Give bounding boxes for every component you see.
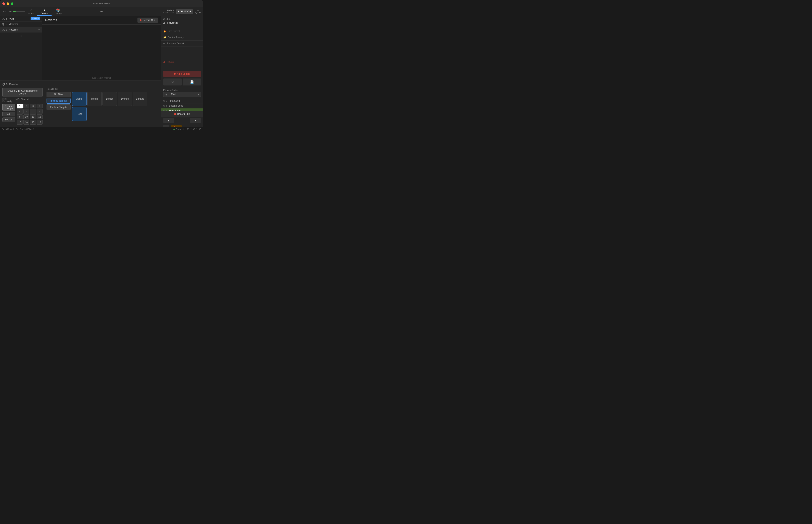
cuelist-item-3[interactable]: QL 3 Reverbs ▾ xyxy=(0,27,42,33)
channel-5-button[interactable]: 5 xyxy=(17,109,23,114)
channel-9-button[interactable]: 9 xyxy=(17,114,23,119)
chevron-down-icon: ▾ xyxy=(198,94,199,96)
bottom-body: Enable MIDI Cuelist RemoteControl MIDI P… xyxy=(2,88,159,125)
channel-16-button[interactable]: 16 xyxy=(36,120,43,125)
midi-labels: MIDI Personality MIDI Channel xyxy=(2,98,43,102)
recall-filter: Recall Filter No Filter Include Targets … xyxy=(47,88,159,125)
right-top: Cuelist 3 - Reverbs xyxy=(161,16,203,28)
fire-icon: 🔥 xyxy=(163,30,166,33)
edit-mode-button[interactable]: EDIT MODE xyxy=(176,10,193,14)
digico-button[interactable]: DiGiCo xyxy=(2,117,15,122)
program-change-button[interactable]: ProgramChange xyxy=(2,104,15,111)
status-bar: QL 3 Reverbs Set Cuelist Filters! Connec… xyxy=(0,127,203,131)
up-down-buttons: ▲ ▼ xyxy=(161,117,203,124)
status-text: QL 3 Reverbs Set Cuelist Filters! xyxy=(2,128,34,130)
record-side-dot xyxy=(174,113,176,115)
app-logo: ∞ xyxy=(100,9,103,14)
library-icon: 📚 xyxy=(56,8,60,12)
filter-options: No Filter Include Targets Exclude Target… xyxy=(47,92,159,121)
right-title: 3 - Reverbs xyxy=(163,21,201,24)
primary-icon: 📁 xyxy=(163,36,166,39)
channel-15-button[interactable]: 15 xyxy=(30,120,36,125)
fruit-apple[interactable]: Apple xyxy=(72,92,86,106)
add-cuelist-button[interactable]: ⊕ xyxy=(0,33,42,39)
nav-cuelists[interactable]: ≡ Cuelists xyxy=(37,7,51,16)
fruit-banana[interactable]: Banana xyxy=(133,92,147,106)
record-cue-side-button[interactable]: Record Cue xyxy=(161,111,203,117)
record-cue-button[interactable]: Record Cue xyxy=(138,18,158,23)
channel-7-button[interactable]: 7 xyxy=(30,109,36,114)
record-dot xyxy=(140,19,141,21)
channel-grid: 1 2 3 4 5 6 7 8 9 10 11 12 13 14 15 16 xyxy=(17,104,43,125)
rename-cuelist-button[interactable]: ✏ Rename Cuelist xyxy=(161,40,203,47)
song-item-1[interactable]: Q 1 First Song xyxy=(161,98,203,103)
nav-right: Default 🗂 Autosaved EDIT MODE ⚙ System xyxy=(162,9,202,14)
auto-update-button[interactable]: Auto Update xyxy=(163,71,201,77)
nav-library[interactable]: 📚 Library xyxy=(51,7,65,16)
maximize-button[interactable] xyxy=(11,2,13,5)
midi-section: Enable MIDI Cuelist RemoteControl MIDI P… xyxy=(2,88,43,125)
channel-2-button[interactable]: 2 xyxy=(23,104,29,109)
gear-icon: ⚙ xyxy=(197,10,199,12)
undo-button[interactable]: ↺ xyxy=(163,79,182,85)
minimize-button[interactable] xyxy=(6,2,9,5)
navbar: DSP Load ⌂ Home ≡ Cuelists 📚 Library ∞ D… xyxy=(0,7,203,16)
window-title: transform.client xyxy=(93,2,110,5)
down-button[interactable]: ▼ xyxy=(190,118,201,123)
dsp-load: DSP Load xyxy=(2,11,25,13)
delete-button[interactable]: ⊗ Delete xyxy=(161,59,203,65)
system-button[interactable]: ⚙ System xyxy=(195,10,202,14)
bottom-panel: QL 3 Reverbs Enable MIDI Cuelist RemoteC… xyxy=(0,80,161,127)
song-item-3[interactable]: Q 3 Third Song xyxy=(161,109,203,111)
save-button[interactable]: 💾 xyxy=(182,79,201,85)
channel-4-button[interactable]: 4 xyxy=(36,104,43,109)
no-filter-button[interactable]: No Filter xyxy=(47,92,70,97)
close-button[interactable] xyxy=(2,2,5,5)
delete-icon: ⊗ xyxy=(163,61,165,64)
cuelist-item-1[interactable]: QL 1 FOH Primary xyxy=(0,16,42,21)
icon-btns: ↺ 💾 xyxy=(161,79,203,87)
traffic-lights xyxy=(2,2,13,5)
fruit-pear[interactable]: Pear xyxy=(72,107,86,121)
midi-controls: ProgramChange Note DiGiCo 1 2 3 4 5 6 7 … xyxy=(2,104,43,125)
fire-cuelist-button[interactable]: 🔥 Fire Cuelist xyxy=(161,28,203,34)
cuelist-item-2[interactable]: QL 2 Monitors xyxy=(0,21,42,27)
fruit-lemon[interactable]: Lemon xyxy=(102,92,117,106)
note-button[interactable]: Note xyxy=(2,112,15,116)
channel-1-button[interactable]: 1 xyxy=(17,104,23,109)
up-button[interactable]: ▲ xyxy=(163,118,174,123)
primary-cuelist-section: Primary Cuelist QL 1 FOH ▾ xyxy=(161,87,203,98)
channel-6-button[interactable]: 6 xyxy=(23,109,29,114)
fruit-melon[interactable]: Melon xyxy=(87,92,102,106)
channel-14-button[interactable]: 14 xyxy=(23,120,29,125)
include-targets-button[interactable]: Include Targets xyxy=(47,98,70,104)
titlebar: transform.client xyxy=(0,0,203,7)
channel-3-button[interactable]: 3 xyxy=(30,104,36,109)
channel-13-button[interactable]: 13 xyxy=(17,120,23,125)
channel-10-button[interactable]: 10 xyxy=(23,114,29,119)
cuelists-icon: ≡ xyxy=(44,8,45,12)
home-icon: ⌂ xyxy=(30,9,32,12)
fruit-lychee[interactable]: Lychee xyxy=(118,92,132,106)
right-section-label: Cuelist xyxy=(163,18,201,20)
connection-dot xyxy=(173,129,175,130)
recall-filter-title: Recall Filter xyxy=(47,88,159,90)
channel-8-button[interactable]: 8 xyxy=(36,109,43,114)
primary-cuelist-select[interactable]: QL 1 FOH ▾ xyxy=(163,92,201,97)
enable-midi-button[interactable]: Enable MIDI Cuelist RemoteControl xyxy=(2,88,43,97)
nav-home[interactable]: ⌂ Home xyxy=(25,7,37,16)
primary-cuelist-label: Primary Cuelist xyxy=(163,89,201,91)
exclude-targets-button[interactable]: Exclude Targets xyxy=(47,104,70,110)
set-as-primary-button[interactable]: 📁 Set As Primary xyxy=(161,34,203,40)
connection-status: Connected 192.168.2.100 xyxy=(173,128,201,130)
filter-icon: ▾ xyxy=(38,28,40,31)
channel-12-button[interactable]: 12 xyxy=(36,114,43,119)
filter-buttons: No Filter Include Targets Exclude Target… xyxy=(47,92,70,110)
fruit-grid: Apple Melon Lemon Lychee Banana Pear xyxy=(72,92,159,121)
bottom-header: QL 3 Reverbs xyxy=(2,83,159,86)
primary-cuelist-value: FOH xyxy=(171,93,197,96)
channel-11-button[interactable]: 11 xyxy=(30,114,36,119)
song-item-2[interactable]: Q 2 Second Song xyxy=(161,103,203,109)
pencil-icon: ✏ xyxy=(163,42,165,45)
content-header: Reverbs Record Cue xyxy=(42,16,161,24)
